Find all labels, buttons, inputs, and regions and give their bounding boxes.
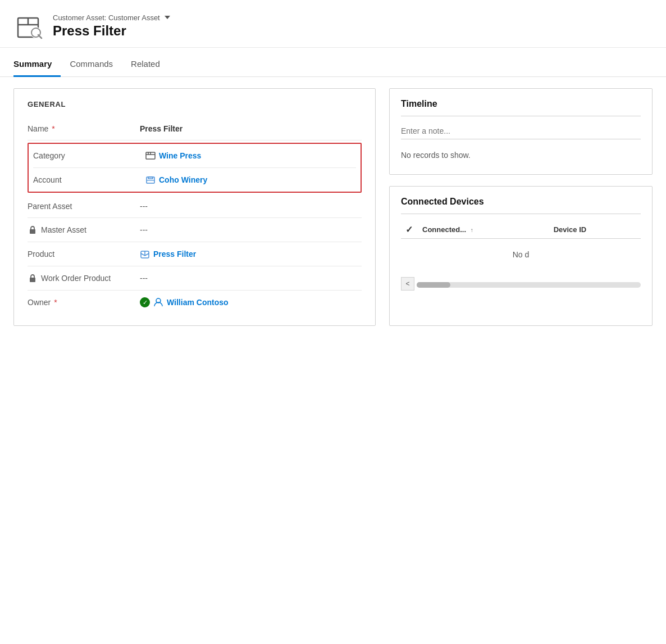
- tab-summary[interactable]: Summary: [13, 52, 61, 77]
- tab-bar: Summary Commands Related: [0, 52, 666, 77]
- field-label-parent-asset: Parent Asset: [28, 202, 140, 211]
- col-header-device-id[interactable]: Device ID: [549, 221, 641, 239]
- category-icon: [145, 151, 156, 161]
- required-star-name: *: [52, 124, 54, 133]
- field-label-name: Name *: [28, 124, 140, 133]
- svg-rect-16: [30, 278, 35, 282]
- field-row-work-order-product: Work Order Product ---: [28, 266, 362, 291]
- field-value-master-asset: ---: [140, 225, 362, 234]
- svg-rect-11: [148, 177, 153, 179]
- col-header-check[interactable]: ✓: [401, 221, 418, 239]
- timeline-no-records: No records to show.: [401, 146, 641, 164]
- product-link[interactable]: Press Filter: [153, 250, 196, 258]
- content-area: GENERAL Name * Press Filter Category: [0, 77, 666, 337]
- tab-related[interactable]: Related: [122, 52, 169, 77]
- general-section: GENERAL Name * Press Filter Category: [13, 88, 376, 326]
- scrollbar-thumb: [417, 282, 450, 288]
- product-icon: [140, 249, 150, 259]
- page-title: Press Filter: [53, 23, 170, 39]
- field-row-master-asset: Master Asset ---: [28, 218, 362, 242]
- devices-scrollbar-area: <: [401, 277, 641, 293]
- tab-commands[interactable]: Commands: [61, 52, 122, 77]
- section-title-general: GENERAL: [28, 100, 362, 108]
- owner-person-icon: [153, 297, 163, 307]
- scroll-left-icon: <: [405, 280, 409, 288]
- field-row-product: Product Press Filter: [28, 242, 362, 266]
- breadcrumb[interactable]: Customer Asset: Customer Asset: [53, 13, 170, 22]
- svg-rect-13: [30, 229, 35, 234]
- field-row-parent-asset: Parent Asset ---: [28, 195, 362, 218]
- field-label-category: Category: [33, 151, 145, 160]
- field-value-category: Wine Press: [145, 151, 356, 161]
- required-star-owner: *: [54, 298, 57, 307]
- account-link[interactable]: Coho Winery: [159, 175, 207, 184]
- field-label-account: Account: [33, 175, 145, 184]
- owner-verified-icon: ✓: [140, 297, 150, 307]
- lock-icon-work-order: [28, 273, 38, 283]
- devices-table: ✓ Connected... ↑ Device ID No d: [401, 221, 641, 270]
- check-column-icon: ✓: [405, 225, 413, 234]
- field-value-parent-asset: ---: [140, 202, 362, 211]
- field-value-product: Press Filter: [140, 249, 362, 259]
- field-row-owner: Owner * ✓ William Contoso: [28, 291, 362, 314]
- highlighted-fields-group: Category Wine Press: [28, 143, 362, 193]
- connected-devices-title: Connected Devices: [401, 197, 641, 207]
- field-label-owner: Owner *: [28, 298, 140, 307]
- field-value-name: Press Filter: [140, 124, 362, 133]
- timeline-panel: Timeline No records to show.: [389, 88, 653, 175]
- field-label-master-asset: Master Asset: [28, 225, 140, 235]
- timeline-title: Timeline: [401, 99, 641, 109]
- account-icon: [145, 175, 156, 185]
- field-row-category: Category Wine Press: [33, 144, 356, 168]
- field-label-product: Product: [28, 250, 140, 258]
- field-value-account: Coho Winery: [145, 175, 356, 185]
- timeline-note-input[interactable]: [401, 123, 641, 139]
- field-value-owner: ✓ William Contoso: [140, 297, 362, 307]
- connected-devices-panel: Connected Devices ✓ Connected... ↑ Devic…: [389, 186, 653, 326]
- category-link[interactable]: Wine Press: [159, 151, 201, 160]
- page-header: Customer Asset: Customer Asset Press Fil…: [0, 0, 666, 48]
- right-panel: Timeline No records to show. Connected D…: [389, 88, 653, 326]
- scroll-left-button[interactable]: <: [401, 277, 414, 291]
- horizontal-scrollbar[interactable]: [417, 282, 641, 288]
- field-value-work-order-product: ---: [140, 274, 362, 283]
- no-data-cell: No d: [401, 239, 641, 271]
- no-data-row: No d: [401, 239, 641, 271]
- col-header-connected[interactable]: Connected... ↑: [418, 221, 549, 239]
- field-row-name: Name * Press Filter: [28, 117, 362, 140]
- lock-icon-master: [28, 225, 38, 235]
- owner-link[interactable]: William Contoso: [167, 298, 229, 307]
- breadcrumb-text: Customer Asset: Customer Asset: [53, 13, 160, 22]
- field-row-account: Account Coho Winery: [33, 168, 356, 192]
- entity-icon: [13, 10, 45, 42]
- sort-icon-connected: ↑: [471, 227, 473, 233]
- field-label-work-order-product: Work Order Product: [28, 273, 140, 283]
- chevron-down-icon[interactable]: [165, 16, 170, 19]
- header-text-group: Customer Asset: Customer Asset Press Fil…: [53, 13, 170, 39]
